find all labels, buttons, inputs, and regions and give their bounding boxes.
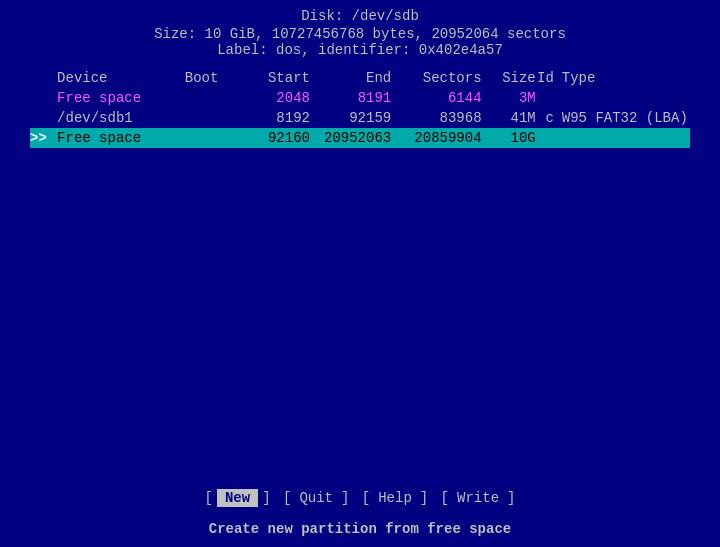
table-header-row: Device Boot Start End Sectors Size Id Ty…	[30, 68, 690, 88]
col-header-sectors: Sectors	[391, 70, 481, 86]
row-boot	[174, 130, 228, 146]
row-end: 92159	[310, 110, 391, 126]
disk-label: Label: dos, identifier: 0x402e4a57	[0, 42, 720, 58]
row-start: 92160	[229, 130, 310, 146]
row-id: c	[536, 110, 554, 126]
row-boot	[174, 110, 228, 126]
row-sectors: 6144	[391, 90, 481, 106]
bracket-close-3: ]	[420, 490, 428, 506]
row-type	[554, 90, 690, 106]
table-row-selected[interactable]: >> Free space 92160 20952063 20859904 10…	[30, 128, 690, 148]
status-bar: Create new partition from free space	[0, 521, 720, 537]
button-row: [ New ] [ Quit ] [ Help ] [ Write ]	[0, 489, 720, 507]
table-row[interactable]: Free space 2048 8191 6144 3M	[30, 88, 690, 108]
col-header-start: Start	[229, 70, 310, 86]
row-size: 41M	[482, 110, 536, 126]
row-start: 2048	[229, 90, 310, 106]
row-device: /dev/sdb1	[57, 110, 174, 126]
bracket-close-1: ]	[262, 490, 270, 506]
bracket-close-2: ]	[341, 490, 349, 506]
row-device: Free space	[57, 90, 174, 106]
disk-title: Disk: /dev/sdb	[0, 8, 720, 24]
disk-size: Size: 10 GiB, 10727456768 bytes, 2095206…	[0, 26, 720, 42]
row-sectors: 83968	[391, 110, 481, 126]
table-row[interactable]: /dev/sdb1 8192 92159 83968 41M c W95 FAT…	[30, 108, 690, 128]
partition-table: Device Boot Start End Sectors Size Id Ty…	[0, 68, 720, 148]
row-boot	[174, 90, 228, 106]
row-indicator	[30, 110, 57, 126]
bracket-close-4: ]	[507, 490, 515, 506]
col-header-boot: Boot	[174, 70, 228, 86]
col-header-id: Id	[536, 70, 554, 86]
col-header-device: Device	[57, 70, 174, 86]
row-type	[554, 130, 690, 146]
button-help[interactable]: Help	[374, 489, 416, 507]
bracket-open-2: [	[275, 490, 292, 506]
button-new[interactable]: New	[217, 489, 258, 507]
row-end: 20952063	[310, 130, 391, 146]
button-quit[interactable]: Quit	[295, 489, 337, 507]
row-size: 3M	[482, 90, 536, 106]
row-start: 8192	[229, 110, 310, 126]
row-id	[536, 90, 554, 106]
bracket-open-3: [	[353, 490, 370, 506]
header: Disk: /dev/sdb Size: 10 GiB, 10727456768…	[0, 0, 720, 58]
row-indicator	[30, 90, 57, 106]
col-header-end: End	[310, 70, 391, 86]
row-id	[536, 130, 554, 146]
col-header-size: Size	[482, 70, 536, 86]
screen: Disk: /dev/sdb Size: 10 GiB, 10727456768…	[0, 0, 720, 547]
row-end: 8191	[310, 90, 391, 106]
bracket-open-4: [	[432, 490, 449, 506]
bottom-bar: [ New ] [ Quit ] [ Help ] [ Write ]	[0, 489, 720, 507]
row-device: Free space	[57, 130, 174, 146]
bracket-open-1: [	[205, 490, 213, 506]
row-size: 10G	[482, 130, 536, 146]
col-header-type: Type	[554, 70, 690, 86]
row-sectors: 20859904	[391, 130, 481, 146]
button-write[interactable]: Write	[453, 489, 503, 507]
row-type: W95 FAT32 (LBA)	[554, 110, 690, 126]
row-indicator: >>	[30, 130, 57, 146]
